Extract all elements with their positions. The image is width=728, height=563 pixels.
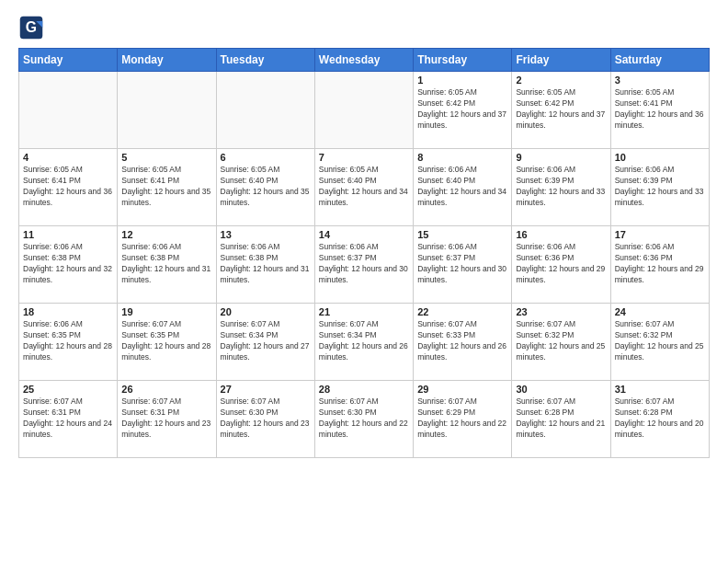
logo: G bbox=[18, 15, 48, 40]
day-number: 27 bbox=[221, 384, 311, 395]
calendar-cell: 3Sunrise: 6:05 AMSunset: 6:41 PMDaylight… bbox=[610, 72, 709, 149]
day-number: 2 bbox=[516, 75, 606, 86]
calendar-cell: 31Sunrise: 6:07 AMSunset: 6:28 PMDayligh… bbox=[610, 381, 709, 458]
day-info: Sunrise: 6:05 AMSunset: 6:42 PMDaylight:… bbox=[417, 87, 507, 132]
day-number: 26 bbox=[121, 384, 211, 395]
day-info: Sunrise: 6:06 AMSunset: 6:39 PMDaylight:… bbox=[516, 165, 606, 209]
calendar-cell: 25Sunrise: 6:07 AMSunset: 6:31 PMDayligh… bbox=[19, 381, 118, 458]
day-info: Sunrise: 6:05 AMSunset: 6:40 PMDaylight:… bbox=[221, 165, 311, 209]
calendar-header-saturday: Saturday bbox=[610, 49, 709, 72]
day-info: Sunrise: 6:05 AMSunset: 6:41 PMDaylight:… bbox=[23, 165, 113, 209]
calendar-cell: 12Sunrise: 6:06 AMSunset: 6:38 PMDayligh… bbox=[118, 226, 216, 304]
calendar-header-sunday: Sunday bbox=[19, 49, 118, 72]
calendar-cell: 16Sunrise: 6:06 AMSunset: 6:36 PMDayligh… bbox=[512, 226, 610, 304]
day-info: Sunrise: 6:06 AMSunset: 6:35 PMDaylight:… bbox=[23, 319, 113, 363]
day-info: Sunrise: 6:06 AMSunset: 6:38 PMDaylight:… bbox=[221, 242, 311, 286]
calendar-header-thursday: Thursday bbox=[414, 49, 512, 72]
calendar-cell: 20Sunrise: 6:07 AMSunset: 6:34 PMDayligh… bbox=[216, 304, 314, 381]
calendar-cell: 15Sunrise: 6:06 AMSunset: 6:37 PMDayligh… bbox=[414, 226, 512, 304]
calendar-cell: 18Sunrise: 6:06 AMSunset: 6:35 PMDayligh… bbox=[19, 304, 118, 381]
calendar-cell bbox=[216, 72, 314, 149]
day-number: 24 bbox=[615, 306, 705, 317]
day-number: 15 bbox=[417, 229, 507, 240]
calendar-cell bbox=[314, 72, 413, 149]
week-row-2: 4Sunrise: 6:05 AMSunset: 6:41 PMDaylight… bbox=[19, 149, 710, 226]
day-number: 29 bbox=[417, 384, 507, 395]
calendar-cell: 14Sunrise: 6:06 AMSunset: 6:37 PMDayligh… bbox=[314, 226, 413, 304]
calendar-body: 1Sunrise: 6:05 AMSunset: 6:42 PMDaylight… bbox=[19, 72, 710, 458]
week-row-5: 25Sunrise: 6:07 AMSunset: 6:31 PMDayligh… bbox=[19, 381, 710, 458]
day-info: Sunrise: 6:05 AMSunset: 6:42 PMDaylight:… bbox=[516, 87, 606, 132]
day-info: Sunrise: 6:07 AMSunset: 6:28 PMDaylight:… bbox=[516, 396, 606, 441]
calendar-header-monday: Monday bbox=[118, 49, 216, 72]
day-info: Sunrise: 6:07 AMSunset: 6:30 PMDaylight:… bbox=[221, 396, 311, 441]
week-row-1: 1Sunrise: 6:05 AMSunset: 6:42 PMDaylight… bbox=[19, 72, 710, 149]
day-info: Sunrise: 6:05 AMSunset: 6:40 PMDaylight:… bbox=[319, 165, 409, 209]
day-info: Sunrise: 6:07 AMSunset: 6:31 PMDaylight:… bbox=[121, 396, 211, 441]
calendar-cell bbox=[118, 72, 216, 149]
calendar-cell: 27Sunrise: 6:07 AMSunset: 6:30 PMDayligh… bbox=[216, 381, 314, 458]
day-info: Sunrise: 6:07 AMSunset: 6:33 PMDaylight:… bbox=[417, 319, 507, 363]
calendar-cell: 13Sunrise: 6:06 AMSunset: 6:38 PMDayligh… bbox=[216, 226, 314, 304]
calendar-header-wednesday: Wednesday bbox=[314, 49, 413, 72]
day-number: 6 bbox=[221, 152, 311, 163]
day-info: Sunrise: 6:06 AMSunset: 6:40 PMDaylight:… bbox=[417, 165, 507, 209]
day-number: 3 bbox=[615, 75, 705, 86]
calendar-cell: 10Sunrise: 6:06 AMSunset: 6:39 PMDayligh… bbox=[610, 149, 709, 226]
day-number: 25 bbox=[23, 384, 113, 395]
calendar-cell: 4Sunrise: 6:05 AMSunset: 6:41 PMDaylight… bbox=[19, 149, 118, 226]
day-number: 28 bbox=[319, 384, 409, 395]
day-number: 23 bbox=[516, 306, 606, 317]
day-number: 8 bbox=[417, 152, 507, 163]
day-number: 22 bbox=[417, 306, 507, 317]
day-number: 31 bbox=[615, 384, 705, 395]
day-number: 14 bbox=[319, 229, 409, 240]
calendar-cell: 29Sunrise: 6:07 AMSunset: 6:29 PMDayligh… bbox=[414, 381, 512, 458]
day-info: Sunrise: 6:06 AMSunset: 6:37 PMDaylight:… bbox=[417, 242, 507, 286]
calendar-cell: 26Sunrise: 6:07 AMSunset: 6:31 PMDayligh… bbox=[118, 381, 216, 458]
calendar-page: G SundayMondayTuesdayWednesdayThursdayFr… bbox=[0, 0, 728, 563]
calendar-cell: 28Sunrise: 6:07 AMSunset: 6:30 PMDayligh… bbox=[314, 381, 413, 458]
day-info: Sunrise: 6:06 AMSunset: 6:38 PMDaylight:… bbox=[23, 242, 113, 286]
day-number: 12 bbox=[121, 229, 211, 240]
day-number: 20 bbox=[221, 306, 311, 317]
day-info: Sunrise: 6:07 AMSunset: 6:35 PMDaylight:… bbox=[121, 319, 211, 363]
svg-text:G: G bbox=[26, 19, 37, 35]
calendar-cell: 19Sunrise: 6:07 AMSunset: 6:35 PMDayligh… bbox=[118, 304, 216, 381]
week-row-4: 18Sunrise: 6:06 AMSunset: 6:35 PMDayligh… bbox=[19, 304, 710, 381]
day-number: 1 bbox=[417, 75, 507, 86]
calendar-table: SundayMondayTuesdayWednesdayThursdayFrid… bbox=[18, 48, 710, 458]
calendar-cell: 22Sunrise: 6:07 AMSunset: 6:33 PMDayligh… bbox=[414, 304, 512, 381]
calendar-cell bbox=[19, 72, 118, 149]
calendar-cell: 24Sunrise: 6:07 AMSunset: 6:32 PMDayligh… bbox=[610, 304, 709, 381]
day-info: Sunrise: 6:06 AMSunset: 6:37 PMDaylight:… bbox=[319, 242, 409, 286]
day-number: 21 bbox=[319, 306, 409, 317]
calendar-cell: 6Sunrise: 6:05 AMSunset: 6:40 PMDaylight… bbox=[216, 149, 314, 226]
day-number: 18 bbox=[23, 306, 113, 317]
calendar-cell: 9Sunrise: 6:06 AMSunset: 6:39 PMDaylight… bbox=[512, 149, 610, 226]
day-number: 7 bbox=[319, 152, 409, 163]
day-number: 10 bbox=[615, 152, 705, 163]
calendar-cell: 23Sunrise: 6:07 AMSunset: 6:32 PMDayligh… bbox=[512, 304, 610, 381]
day-info: Sunrise: 6:07 AMSunset: 6:32 PMDaylight:… bbox=[516, 319, 606, 363]
day-info: Sunrise: 6:07 AMSunset: 6:34 PMDaylight:… bbox=[319, 319, 409, 363]
header: G bbox=[18, 15, 710, 40]
day-number: 19 bbox=[121, 306, 211, 317]
calendar-cell: 5Sunrise: 6:05 AMSunset: 6:41 PMDaylight… bbox=[118, 149, 216, 226]
calendar-cell: 21Sunrise: 6:07 AMSunset: 6:34 PMDayligh… bbox=[314, 304, 413, 381]
day-info: Sunrise: 6:07 AMSunset: 6:31 PMDaylight:… bbox=[23, 396, 113, 441]
calendar-cell: 8Sunrise: 6:06 AMSunset: 6:40 PMDaylight… bbox=[414, 149, 512, 226]
calendar-cell: 1Sunrise: 6:05 AMSunset: 6:42 PMDaylight… bbox=[414, 72, 512, 149]
calendar-cell: 17Sunrise: 6:06 AMSunset: 6:36 PMDayligh… bbox=[610, 226, 709, 304]
day-number: 17 bbox=[615, 229, 705, 240]
day-info: Sunrise: 6:07 AMSunset: 6:32 PMDaylight:… bbox=[615, 319, 705, 363]
calendar-cell: 7Sunrise: 6:05 AMSunset: 6:40 PMDaylight… bbox=[314, 149, 413, 226]
day-info: Sunrise: 6:05 AMSunset: 6:41 PMDaylight:… bbox=[615, 87, 705, 132]
logo-icon: G bbox=[18, 15, 44, 40]
day-info: Sunrise: 6:07 AMSunset: 6:30 PMDaylight:… bbox=[319, 396, 409, 441]
day-info: Sunrise: 6:07 AMSunset: 6:34 PMDaylight:… bbox=[221, 319, 311, 363]
calendar-cell: 30Sunrise: 6:07 AMSunset: 6:28 PMDayligh… bbox=[512, 381, 610, 458]
calendar-header-tuesday: Tuesday bbox=[216, 49, 314, 72]
day-info: Sunrise: 6:06 AMSunset: 6:39 PMDaylight:… bbox=[615, 165, 705, 209]
day-info: Sunrise: 6:06 AMSunset: 6:36 PMDaylight:… bbox=[516, 242, 606, 286]
